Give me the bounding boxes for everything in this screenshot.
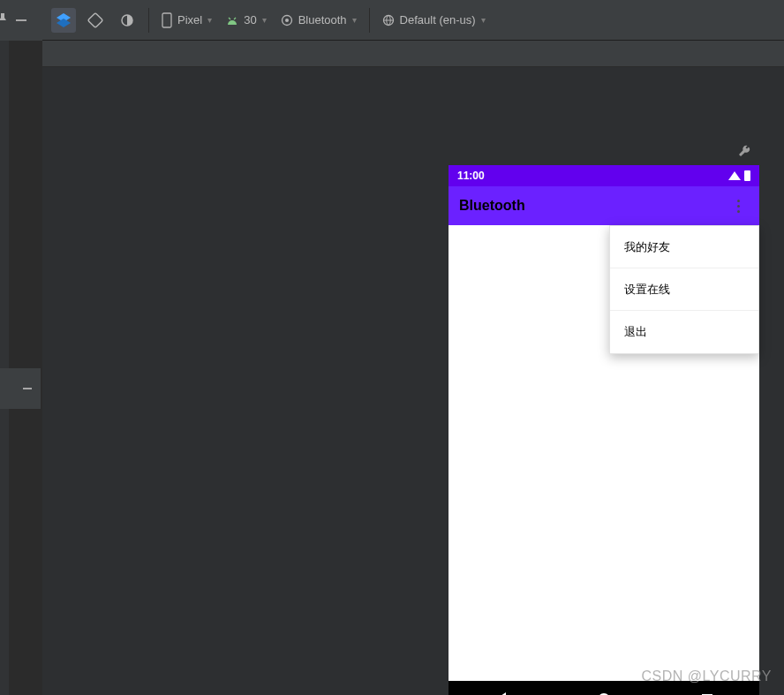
app-bar: Bluetooth bbox=[449, 186, 759, 225]
wifi-icon bbox=[728, 171, 741, 180]
chevron-down-icon: ▾ bbox=[207, 15, 212, 25]
night-mode-icon[interactable] bbox=[115, 8, 139, 33]
svg-point-8 bbox=[285, 19, 289, 22]
toolbar-separator bbox=[369, 8, 370, 33]
wrench-icon[interactable] bbox=[738, 145, 750, 161]
device-selector[interactable]: Pixel ▾ bbox=[155, 9, 219, 32]
android-icon bbox=[226, 14, 238, 26]
menu-item-exit[interactable]: 退出 bbox=[610, 311, 758, 353]
status-time: 11:00 bbox=[457, 170, 485, 182]
menu-item-label: 设置在线 bbox=[624, 282, 670, 298]
svg-rect-4 bbox=[162, 13, 171, 27]
orientation-icon[interactable] bbox=[83, 8, 108, 33]
device-preview: 11:00 Bluetooth 我的好友 设置在线 退出 bbox=[449, 165, 759, 695]
tool-window-stub[interactable] bbox=[0, 368, 41, 409]
phone-icon bbox=[162, 12, 172, 28]
overflow-popup-menu: 我的好友 设置在线 退出 bbox=[609, 225, 759, 354]
svg-line-6 bbox=[234, 18, 236, 19]
toolbar-separator bbox=[148, 8, 149, 33]
target-icon bbox=[281, 14, 293, 26]
menu-item-label: 退出 bbox=[624, 324, 647, 340]
device-label: Pixel bbox=[177, 13, 202, 26]
chevron-down-icon: ▾ bbox=[262, 15, 267, 25]
locale-label: Default (en-us) bbox=[400, 13, 476, 26]
feature-label: Bluetooth bbox=[298, 13, 347, 26]
minimize-icon bbox=[23, 388, 32, 389]
chevron-down-icon: ▾ bbox=[481, 15, 486, 25]
status-bar: 11:00 bbox=[449, 165, 759, 186]
watermark-text: CSDN @LYCURRY bbox=[641, 669, 772, 684]
design-surface-icon[interactable] bbox=[51, 8, 76, 33]
svg-line-5 bbox=[229, 18, 230, 19]
chevron-down-icon: ▾ bbox=[352, 15, 357, 25]
minimize-icon[interactable] bbox=[16, 19, 26, 21]
api-label: 30 bbox=[244, 13, 256, 26]
nav-home-button[interactable] bbox=[576, 681, 632, 695]
overflow-menu-button[interactable] bbox=[727, 195, 749, 216]
globe-icon bbox=[382, 14, 395, 26]
toolbar-main: Pixel ▾ 30 ▾ Bluetooth ▾ bbox=[42, 0, 784, 41]
layout-editor-toolbar: Pixel ▾ 30 ▾ Bluetooth ▾ bbox=[0, 0, 784, 41]
design-canvas: 11:00 Bluetooth 我的好友 设置在线 退出 bbox=[42, 41, 784, 695]
menu-item-friends[interactable]: 我的好友 bbox=[610, 226, 758, 268]
toolbar-left-group bbox=[0, 0, 42, 41]
menu-item-label: 我的好友 bbox=[624, 239, 670, 255]
svg-rect-2 bbox=[88, 12, 103, 27]
pin-icon bbox=[0, 13, 7, 26]
api-selector[interactable]: 30 ▾ bbox=[219, 10, 273, 30]
nav-back-button[interactable] bbox=[472, 681, 529, 695]
locale-selector[interactable]: Default (en-us) ▾ bbox=[375, 10, 493, 30]
canvas-tab-strip bbox=[42, 41, 784, 67]
menu-item-online[interactable]: 设置在线 bbox=[610, 268, 758, 311]
app-body: 我的好友 设置在线 退出 bbox=[449, 225, 759, 681]
svg-marker-1 bbox=[57, 19, 71, 27]
feature-selector[interactable]: Bluetooth ▾ bbox=[274, 10, 364, 30]
battery-icon bbox=[744, 170, 750, 181]
status-right bbox=[728, 170, 750, 181]
app-title: Bluetooth bbox=[459, 198, 525, 214]
